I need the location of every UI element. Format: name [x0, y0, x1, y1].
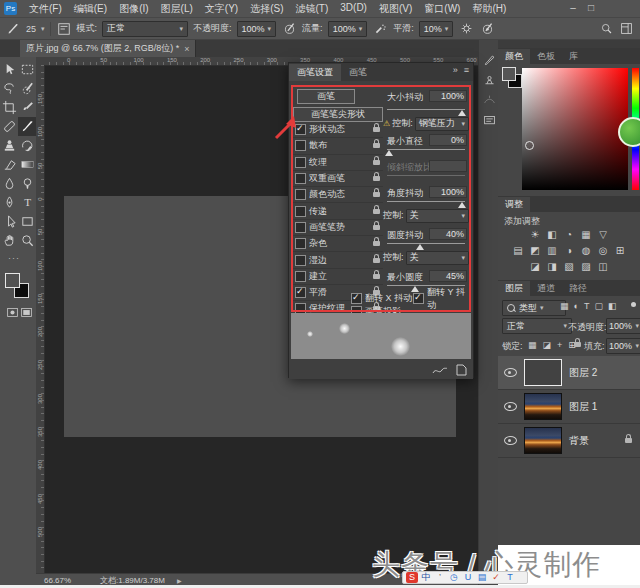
move-tool[interactable]	[0, 60, 18, 79]
dock-clone-source-icon[interactable]	[481, 72, 497, 88]
layer-fill-select[interactable]: 100%▾	[606, 338, 640, 354]
brushes-button[interactable]: 画笔	[297, 89, 355, 104]
clone-stamp-tool[interactable]	[0, 136, 18, 155]
checkbox[interactable]	[295, 287, 306, 298]
screen-mode-icon[interactable]	[20, 305, 33, 323]
adjustment-icon[interactable]: ◩	[529, 245, 541, 256]
edit-toolbar-ellipsis[interactable]: ···	[8, 253, 20, 263]
brush-option-row[interactable]: 纹理	[293, 155, 383, 171]
lock-option-icon[interactable]: ◪	[543, 340, 552, 350]
lock-icon[interactable]	[373, 258, 380, 263]
pressure-opacity-icon[interactable]	[281, 21, 297, 37]
marquee-tool[interactable]	[18, 60, 36, 79]
menu-item[interactable]: 滤镜(T)	[290, 2, 335, 16]
brush-tip-shape-item[interactable]: 画笔笔尖形状	[293, 107, 383, 122]
layer-row[interactable]: 图层 2	[498, 356, 640, 390]
menu-item[interactable]: 帮助(H)	[466, 2, 512, 16]
adjustment-icon[interactable]: ◨	[546, 261, 558, 272]
visibility-eye-icon[interactable]	[504, 368, 517, 377]
menu-item[interactable]: 编辑(E)	[68, 2, 113, 16]
checkbox[interactable]	[295, 206, 306, 217]
maximize-button[interactable]: □	[582, 2, 600, 13]
adjustment-icon[interactable]: ▽	[597, 229, 609, 240]
lasso-tool[interactable]	[0, 79, 18, 98]
adjustment-icon[interactable]: ▦	[580, 229, 592, 240]
dock-notes-icon[interactable]	[481, 112, 497, 128]
status-chevron-icon[interactable]: ▶	[177, 577, 182, 584]
visibility-eye-icon[interactable]	[504, 402, 517, 411]
layer-thumbnail[interactable]	[524, 393, 562, 420]
flow-select[interactable]: 100%▾	[328, 21, 368, 37]
flip-x-checkbox[interactable]: 翻转 X 抖动	[351, 293, 412, 304]
saturation-brightness-field[interactable]	[522, 68, 628, 190]
layer-filter-icon[interactable]: ▦	[560, 301, 569, 311]
layer-filter-icon[interactable]: ◧	[608, 301, 617, 311]
tab-brushes[interactable]: 画笔	[341, 64, 375, 81]
brush-preset-arrow-icon[interactable]: ▾	[41, 25, 45, 33]
smoothing-select[interactable]: 10%▾	[419, 21, 454, 37]
lock-icon[interactable]	[373, 160, 380, 165]
angle-control-select[interactable]: 关 ▾	[406, 209, 469, 223]
dodge-tool[interactable]	[18, 174, 36, 193]
layers-panel-tab[interactable]: 图层	[498, 281, 530, 296]
live-tip-preview-icon[interactable]	[432, 362, 448, 380]
zoom-tool[interactable]	[18, 231, 36, 250]
menu-item[interactable]: 文字(Y)	[199, 2, 244, 16]
brush-option-row[interactable]: 传递	[293, 203, 383, 219]
spot-healing-brush-tool[interactable]	[0, 117, 18, 136]
opacity-select[interactable]: 100%▾	[237, 21, 277, 37]
checkbox[interactable]	[295, 238, 306, 249]
adjustment-icon[interactable]: ▧	[563, 261, 575, 272]
pen-tool[interactable]	[0, 193, 18, 212]
close-icon[interactable]: ×	[184, 44, 189, 54]
min-roundness-value[interactable]: 45%	[429, 270, 467, 282]
checkbox[interactable]	[295, 189, 306, 200]
size-jitter-value[interactable]: 100%	[429, 90, 467, 102]
new-brush-icon[interactable]	[456, 362, 467, 380]
quick-selection-tool[interactable]	[18, 79, 36, 98]
lock-option-icon[interactable]: ▦	[528, 340, 537, 350]
layer-filter-icon[interactable]: ◐	[574, 301, 579, 311]
color-panel-tab[interactable]: 颜色	[498, 49, 530, 64]
color-panel-tab[interactable]: 色板	[530, 49, 562, 64]
gear-icon[interactable]	[458, 21, 474, 37]
eyedropper-tool[interactable]	[18, 98, 36, 117]
size-control-select[interactable]: 钢笔压力 ▾	[415, 117, 469, 131]
layer-filter-select[interactable]: 类型 ▾	[502, 300, 566, 316]
panel-menu-icon[interactable]: ≡	[464, 65, 469, 75]
adjustment-icon[interactable]: ◑	[563, 245, 575, 256]
brush-option-row[interactable]: 杂色	[293, 236, 383, 252]
menu-item[interactable]: 窗口(W)	[418, 2, 466, 16]
layer-opacity-select[interactable]: 100%▾	[606, 318, 640, 334]
checkbox[interactable]	[295, 140, 306, 151]
workspace-switcher-icon[interactable]	[618, 21, 634, 37]
checkbox[interactable]	[295, 222, 306, 233]
hand-tool[interactable]	[0, 231, 18, 250]
lock-icon[interactable]	[373, 176, 380, 181]
menu-item[interactable]: 文件(F)	[23, 2, 68, 16]
min-diameter-value[interactable]: 0%	[429, 134, 467, 146]
layer-row[interactable]: 背景	[498, 424, 640, 458]
dock-tool-presets-icon[interactable]	[481, 92, 497, 108]
zoom-level-field[interactable]: 66.67%	[44, 576, 86, 585]
adjustment-icon[interactable]: ▤	[512, 245, 524, 256]
min-diameter-slider[interactable]	[387, 147, 465, 156]
lock-icon[interactable]	[373, 209, 380, 214]
input-method-icon[interactable]: ✓	[490, 572, 502, 583]
layer-filter-icon[interactable]: ▢	[594, 301, 603, 311]
collapse-panel-icon[interactable]: »	[453, 65, 458, 75]
blend-mode-select[interactable]: 正常▾	[502, 318, 572, 334]
color-picker-marker[interactable]	[525, 141, 534, 150]
brush-option-row[interactable]: 颜色动态	[293, 187, 383, 203]
menu-item[interactable]: 选择(S)	[244, 2, 289, 16]
adjustment-icon[interactable]: ▨	[580, 261, 592, 272]
filter-pin-icon[interactable]	[631, 302, 636, 307]
minimize-button[interactable]: –	[564, 2, 582, 13]
menu-item[interactable]: 图像(I)	[113, 2, 154, 16]
angle-jitter-slider[interactable]	[387, 199, 465, 208]
adjustment-icon[interactable]: ◧	[546, 229, 558, 240]
adjustment-icon[interactable]: ⊞	[614, 245, 626, 256]
blur-tool[interactable]	[0, 174, 18, 193]
checkbox[interactable]	[295, 271, 306, 282]
input-method-icon[interactable]: ◷	[448, 572, 460, 583]
